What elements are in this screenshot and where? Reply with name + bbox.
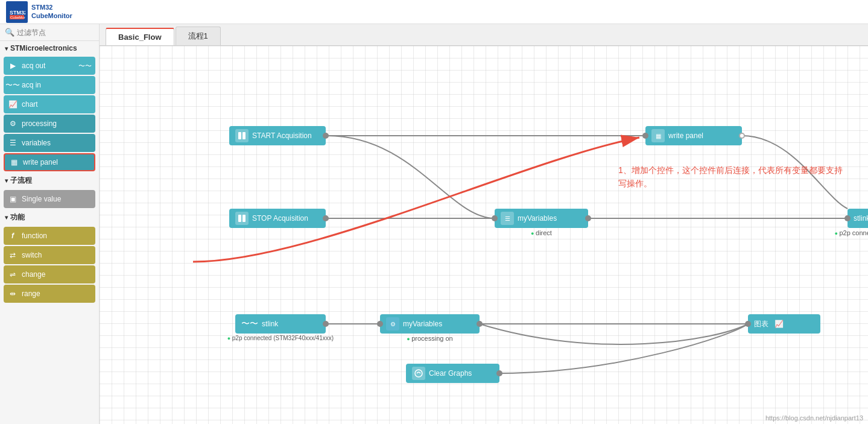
- chevron-down-icon-3: ▾: [5, 214, 8, 221]
- sidebar-item-single-value[interactable]: ▣ Single value: [4, 190, 95, 208]
- node-my-variables2[interactable]: ⚙ myVariables processing on: [380, 314, 480, 334]
- sidebar-item-switch[interactable]: ⇄ switch: [4, 246, 95, 264]
- node-my-variables-sublabel: direct: [531, 229, 552, 236]
- svg-text:STM32: STM32: [10, 10, 25, 16]
- sidebar-item-processing-label: processing: [22, 119, 57, 128]
- section-stm-header[interactable]: ▾ STMicroelectronics: [0, 41, 99, 55]
- node-write-panel[interactable]: ▦ write panel: [645, 126, 742, 145]
- layout: 🔍 ▾ STMicroelectronics ▶ acq out 〜〜 〜〜 a…: [0, 24, 868, 424]
- node-start-acquisition[interactable]: START Acquisition: [229, 126, 326, 145]
- node-clear-graphs-label: Clear Graphs: [429, 369, 472, 378]
- node-stlink-bottom-sublabel: p2p connected (STM32F40xxx/41xxx): [227, 335, 334, 341]
- node-write-panel-port-left: [642, 133, 648, 139]
- node-stlink-bottom[interactable]: 〜〜 stlink p2p connected (STM32F40xxx/41x…: [235, 314, 326, 334]
- node-stop-acquisition-label: STOP Acquisition: [252, 214, 308, 223]
- node-stlink-top-port-left: [844, 215, 851, 221]
- section-stm-label: STMicroelectronics: [10, 44, 77, 52]
- node-write-panel-port-right: [739, 133, 745, 139]
- svg-text:CubeMonitor: CubeMonitor: [10, 16, 25, 19]
- sidebar-item-range[interactable]: ⇹ range: [4, 285, 95, 303]
- list-icon: ☰: [7, 138, 18, 148]
- tab-flow1[interactable]: 流程1: [176, 27, 221, 45]
- sidebar-item-write-panel[interactable]: ▦ write panel: [4, 153, 95, 171]
- function-icon: f: [7, 230, 18, 241]
- gear-icon: ⚙: [7, 118, 18, 129]
- node-clear-graphs[interactable]: Clear Graphs: [406, 364, 499, 383]
- sidebar-item-range-label: range: [22, 290, 40, 298]
- tabs-bar: Basic_Flow 流程1: [100, 24, 868, 46]
- node-my-variables-port-right: [585, 215, 591, 221]
- statusbar: https://blog.csdn.net/njdianpart13: [761, 412, 868, 424]
- section-functions-header[interactable]: ▾ 功能: [0, 209, 99, 226]
- single-value-icon: ▣: [7, 194, 18, 204]
- node-stlink-bottom-port-right: [323, 321, 329, 327]
- my-variables2-icon: ⚙: [386, 317, 399, 331]
- svg-rect-8: [242, 215, 246, 222]
- node-chart-label: 图表: [754, 319, 768, 329]
- wave-in-icon: 〜〜: [7, 80, 18, 90]
- section-subflow-label: 子流程: [10, 176, 32, 186]
- stop-acq-icon: [235, 212, 249, 225]
- range-icon: ⇹: [7, 288, 18, 299]
- sidebar-item-single-value-label: Single value: [22, 195, 61, 203]
- wave-out-icon: ▶: [7, 60, 18, 71]
- logo: STM32 CubeMonitor STM32 CubeMonitor: [6, 1, 72, 23]
- node-stlink-top-label: stlink: [854, 214, 868, 223]
- node-stlink-top[interactable]: stlink 〜〜 p2p connected (STM32F40xxx/41: [847, 209, 868, 228]
- annotation-text-line2: 写操作。: [618, 179, 652, 188]
- node-write-panel-label: write panel: [668, 131, 703, 140]
- svg-rect-5: [238, 132, 241, 139]
- node-start-acq-port-right: [323, 133, 329, 139]
- node-my-variables2-port-left: [377, 321, 383, 327]
- node-clear-graphs-port-right: [496, 370, 502, 376]
- sidebar-item-function[interactable]: f function: [4, 227, 95, 245]
- node-my-variables2-label: myVariables: [403, 320, 442, 328]
- tab-basic-flow[interactable]: Basic_Flow: [106, 28, 174, 45]
- search-bar[interactable]: 🔍: [0, 24, 99, 41]
- chevron-down-icon: ▾: [5, 45, 8, 52]
- node-my-variables[interactable]: ☰ myVariables direct: [495, 209, 588, 228]
- sidebar-item-switch-label: switch: [22, 251, 42, 259]
- statusbar-url: https://blog.csdn.net/njdianpart13: [765, 414, 863, 422]
- sidebar-item-chart[interactable]: 📈 chart: [4, 95, 95, 113]
- node-stlink-top-sublabel: p2p connected (STM32F40xxx/41: [834, 229, 868, 236]
- sidebar-item-acq-in-label: acq in: [22, 81, 41, 89]
- section-functions-label: 功能: [10, 212, 25, 223]
- logo-line1: STM32: [31, 4, 72, 11]
- annotation: 1、增加个控件，这个控件前后连接，代表所有变量都要支持 写操作。: [618, 163, 843, 191]
- section-subflow-header[interactable]: ▾ 子流程: [0, 172, 99, 189]
- logo-line2: CubeMonitor: [31, 12, 72, 20]
- wave-icon: 〜〜: [78, 62, 92, 71]
- clear-graphs-icon: [412, 367, 425, 380]
- flow-canvas[interactable]: START Acquisition STOP Acquisition ▦ wri…: [100, 46, 868, 424]
- chart-graph-icon: 📈: [775, 320, 784, 328]
- sidebar-item-chart-label: chart: [22, 100, 38, 109]
- search-input[interactable]: [17, 28, 94, 37]
- stlink-bottom-wave-icon: 〜〜: [241, 318, 258, 329]
- header: STM32 CubeMonitor STM32 CubeMonitor: [0, 0, 868, 24]
- node-chart[interactable]: 图表 📈: [748, 314, 820, 334]
- svg-rect-7: [238, 215, 241, 222]
- sidebar: 🔍 ▾ STMicroelectronics ▶ acq out 〜〜 〜〜 a…: [0, 24, 100, 424]
- sidebar-item-acq-out[interactable]: ▶ acq out 〜〜: [4, 57, 95, 75]
- write-panel-node-icon: ▦: [651, 129, 665, 142]
- change-icon: ⇌: [7, 269, 18, 280]
- sidebar-item-variables-label: variables: [22, 139, 51, 147]
- sidebar-item-change-label: change: [22, 270, 45, 279]
- main: Basic_Flow 流程1: [100, 24, 868, 424]
- write-panel-icon: ▦: [8, 157, 19, 168]
- search-icon: 🔍: [5, 28, 14, 37]
- chart-icon: 📈: [7, 99, 18, 110]
- my-variables-icon: ☰: [501, 212, 514, 225]
- node-chart-port-left: [745, 321, 751, 327]
- sidebar-item-acq-in[interactable]: 〜〜 acq in: [4, 76, 95, 94]
- annotation-text-line1: 1、增加个控件，这个控件前后连接，代表所有变量都要支持: [618, 165, 843, 175]
- start-acq-icon: [235, 129, 249, 142]
- node-my-variables2-sublabel: processing on: [407, 335, 452, 342]
- sidebar-item-variables[interactable]: ☰ variables: [4, 134, 95, 152]
- node-stlink-bottom-label: stlink: [262, 320, 278, 328]
- node-stop-acquisition[interactable]: STOP Acquisition: [229, 209, 326, 228]
- sidebar-item-processing[interactable]: ⚙ processing: [4, 115, 95, 133]
- switch-icon: ⇄: [7, 250, 18, 261]
- sidebar-item-change[interactable]: ⇌ change: [4, 265, 95, 283]
